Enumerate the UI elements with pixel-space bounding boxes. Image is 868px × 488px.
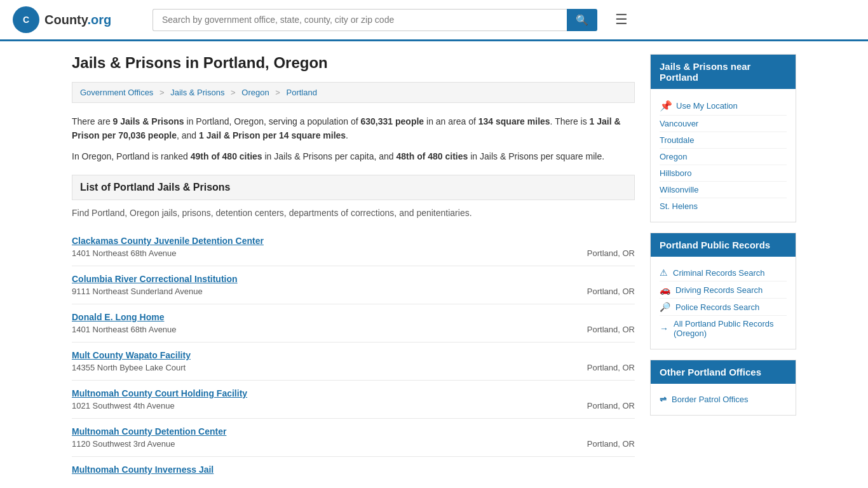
listing-address-4: 1021 Southwest 4th Avenue Portland, OR xyxy=(72,401,635,410)
find-text: Find Portland, Oregon jails, prisons, de… xyxy=(72,208,635,218)
listing-address-0: 1401 Northeast 68th Avenue Portland, OR xyxy=(72,248,635,258)
driving-records-link[interactable]: 🚗 Driving Records Search xyxy=(660,281,787,299)
description-2: In Oregon, Portland is ranked 49th of 48… xyxy=(72,149,635,163)
criminal-records-link[interactable]: ⚠ Criminal Records Search xyxy=(660,264,787,281)
all-records-link[interactable]: → All Portland Public Records (Oregon) xyxy=(660,316,787,341)
listing-item: Multnomah County Detention Center 1120 S… xyxy=(72,419,635,457)
search-button[interactable]: 🔍 xyxy=(567,9,597,31)
listing-name-6[interactable]: Multnomah County Inverness Jail xyxy=(72,464,635,475)
border-patrol-label: Border Patrol Offices xyxy=(672,395,748,404)
hamburger-icon: ☰ xyxy=(615,11,628,27)
driving-records-label: Driving Records Search xyxy=(675,285,763,295)
description-1: There are 9 Jails & Prisons in Portland,… xyxy=(72,114,635,143)
listing-item: Mult County Wapato Facility 14355 North … xyxy=(72,342,635,381)
police-records-label: Police Records Search xyxy=(675,302,759,312)
listing-city-3: Portland, OR xyxy=(587,363,635,372)
listing-street-0: 1401 Northeast 68th Avenue xyxy=(72,248,177,258)
breadcrumb-government-offices[interactable]: Government Offices xyxy=(80,88,153,97)
nearby-link-2[interactable]: Oregon xyxy=(660,149,787,165)
listing-address-5: 1120 Southwest 3rd Avenue Portland, OR xyxy=(72,439,635,449)
listing-address-3: 14355 North Bybee Lake Court Portland, O… xyxy=(72,363,635,372)
logo[interactable]: C County.org xyxy=(13,6,140,33)
breadcrumb-portland[interactable]: Portland xyxy=(287,88,317,97)
header: C County.org 🔍 ☰ xyxy=(0,0,868,41)
svg-text:C: C xyxy=(23,15,29,25)
listing-street-3: 14355 North Bybee Lake Court xyxy=(72,363,186,372)
listing-item: Columbia River Correctional Institution … xyxy=(72,266,635,304)
list-section-header: List of Portland Jails & Prisons xyxy=(72,175,635,200)
car-icon: 🚗 xyxy=(660,285,670,295)
breadcrumb-sep3: > xyxy=(275,88,282,97)
nearby-link-3[interactable]: Hillsboro xyxy=(660,165,787,182)
jails-near-header: Jails & Prisons near Portland xyxy=(651,55,796,89)
listing-street-4: 1021 Southwest 4th Avenue xyxy=(72,401,175,410)
nearby-link-0[interactable]: Vancouver xyxy=(660,116,787,132)
other-offices-content: ⇌ Border Patrol Offices xyxy=(651,384,796,415)
use-location-label: Use My Location xyxy=(676,101,738,111)
menu-button[interactable]: ☰ xyxy=(610,9,633,30)
public-records-content: ⚠ Criminal Records Search 🚗 Driving Reco… xyxy=(651,257,796,349)
listing-name-1[interactable]: Columbia River Correctional Institution xyxy=(72,274,635,284)
listing-item: Multnomah County Inverness Jail xyxy=(72,457,635,485)
search-area: 🔍 xyxy=(153,9,597,31)
other-offices-sidebar: Other Portland Offices ⇌ Border Patrol O… xyxy=(650,360,796,416)
use-location-link[interactable]: 📌 Use My Location xyxy=(660,97,787,116)
main-container: Jails & Prisons in Portland, Oregon Gove… xyxy=(59,41,809,488)
location-pin-icon: 📌 xyxy=(660,100,672,112)
criminal-icon: ⚠ xyxy=(660,268,668,278)
nearby-link-5[interactable]: St. Helens xyxy=(660,198,787,214)
breadcrumb: Government Offices > Jails & Prisons > O… xyxy=(72,82,635,103)
listing-address-1: 9111 Northeast Sunderland Avenue Portlan… xyxy=(72,287,635,296)
logo-icon: C xyxy=(13,6,39,33)
listing-street-1: 9111 Northeast Sunderland Avenue xyxy=(72,287,203,296)
listings-container: Clackamas County Juvenile Detention Cent… xyxy=(72,228,635,485)
listing-item: Donald E. Long Home 1401 Northeast 68th … xyxy=(72,304,635,342)
main-content: Jails & Prisons in Portland, Oregon Gove… xyxy=(72,54,635,485)
criminal-records-label: Criminal Records Search xyxy=(673,268,765,278)
listing-city-4: Portland, OR xyxy=(587,401,635,410)
search-input[interactable] xyxy=(153,9,567,31)
listing-address-2: 1401 Northeast 68th Avenue Portland, OR xyxy=(72,325,635,334)
listing-item: Multnomah County Court Holding Facility … xyxy=(72,381,635,419)
logo-text: County.org xyxy=(44,13,111,27)
search-icon: 🔍 xyxy=(576,15,588,25)
listing-street-2: 1401 Northeast 68th Avenue xyxy=(72,325,177,334)
listing-city-5: Portland, OR xyxy=(587,439,635,449)
listing-item: Clackamas County Juvenile Detention Cent… xyxy=(72,228,635,266)
arrow-right-icon: → xyxy=(660,323,668,334)
listing-name-2[interactable]: Donald E. Long Home xyxy=(72,312,635,322)
jails-near-content: 📌 Use My Location Vancouver Troutdale Or… xyxy=(651,89,796,222)
breadcrumb-oregon[interactable]: Oregon xyxy=(241,88,269,97)
page-title: Jails & Prisons in Portland, Oregon xyxy=(72,54,635,72)
breadcrumb-jails-prisons[interactable]: Jails & Prisons xyxy=(170,88,224,97)
breadcrumb-sep2: > xyxy=(231,88,238,97)
listing-name-3[interactable]: Mult County Wapato Facility xyxy=(72,350,635,360)
listing-city-1: Portland, OR xyxy=(587,287,635,296)
listing-name-0[interactable]: Clackamas County Juvenile Detention Cent… xyxy=(72,236,635,246)
listing-city-2: Portland, OR xyxy=(587,325,635,334)
police-icon: 🔎 xyxy=(660,302,670,312)
listing-street-5: 1120 Southwest 3rd Avenue xyxy=(72,439,175,449)
public-records-header: Portland Public Records xyxy=(651,233,796,257)
all-records-label: All Portland Public Records (Oregon) xyxy=(674,319,787,338)
listing-name-5[interactable]: Multnomah County Detention Center xyxy=(72,426,635,437)
transfer-icon: ⇌ xyxy=(660,395,667,404)
sidebar: Jails & Prisons near Portland 📌 Use My L… xyxy=(650,54,796,485)
border-patrol-link[interactable]: ⇌ Border Patrol Offices xyxy=(660,391,787,407)
police-records-link[interactable]: 🔎 Police Records Search xyxy=(660,299,787,316)
listing-name-4[interactable]: Multnomah County Court Holding Facility xyxy=(72,388,635,398)
nearby-link-1[interactable]: Troutdale xyxy=(660,132,787,149)
public-records-sidebar: Portland Public Records ⚠ Criminal Recor… xyxy=(650,233,796,349)
nearby-link-4[interactable]: Wilsonville xyxy=(660,182,787,198)
other-offices-header: Other Portland Offices xyxy=(651,360,796,384)
breadcrumb-sep1: > xyxy=(159,88,166,97)
jails-near-sidebar: Jails & Prisons near Portland 📌 Use My L… xyxy=(650,54,796,222)
listing-city-0: Portland, OR xyxy=(587,248,635,258)
